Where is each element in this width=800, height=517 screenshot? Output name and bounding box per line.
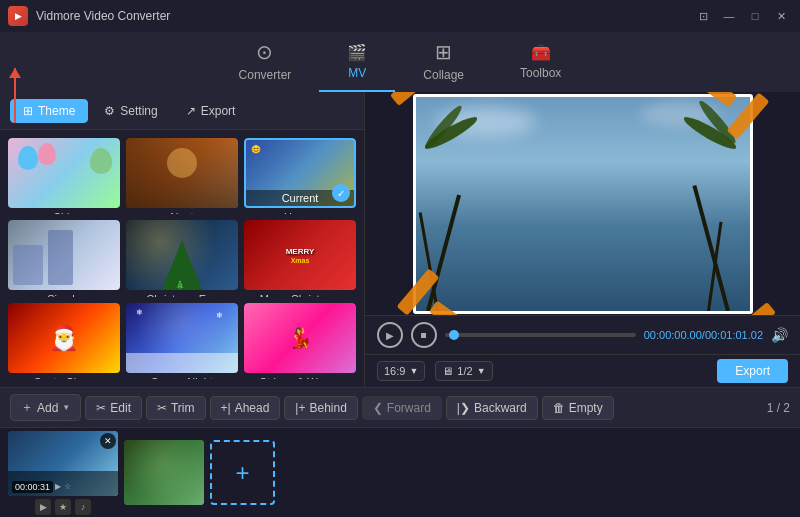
add-dropdown-arrow: ▼ [62,403,70,412]
ahead-button[interactable]: +| Ahead [210,396,281,420]
main-layout: ⊞ Theme ⚙ Setting ↗ Export [0,92,800,387]
theme-snowy-night[interactable]: ❄ ❄ Snowy Night [126,303,238,379]
theme-check-badge: ✓ [332,184,350,202]
theme-christmas-eve[interactable]: 🎄 Christmas Eve [126,220,238,296]
volume-button[interactable]: 🔊 [771,327,788,343]
clip-close-button[interactable]: ✕ [100,433,116,449]
theme-merry-christmas-label: Merry Christmas [244,293,356,296]
nav-mv-label: MV [348,66,366,80]
trim-icon: ✂ [157,401,167,415]
left-panel: ⊞ Theme ⚙ Setting ↗ Export [0,92,365,387]
theme-santa-claus-label: Santa Claus [8,376,120,379]
app-icon: ▶ [8,6,28,26]
half-value: 1/2 [457,365,472,377]
playback-controls: ▶ ⏹ 00:00:00.00/00:01:01.02 🔊 [365,315,800,354]
title-bar-controls: ⊡ — □ ✕ [692,7,792,25]
nav-bar: ⊙ Converter 🎬 MV ⊞ Collage 🧰 Toolbox [0,32,800,92]
timeline: ▶ ☆ 00:00:31 ✕ ▶ ★ ♪ + [0,427,800,517]
timeline-clip-2 [124,440,204,505]
display-icon: 🖥 [442,365,453,377]
theme-chic-label: Chic [8,211,120,214]
theme-stripes-waves-label: Stripes & Waves [244,376,356,379]
theme-simple-label: Simple [8,293,120,296]
preview-frame [413,94,753,314]
sub-toolbar: ⊞ Theme ⚙ Setting ↗ Export [0,92,364,130]
setting-tab[interactable]: ⚙ Setting [92,100,169,122]
theme-happy-label: Happy [244,211,356,214]
theme-santa-claus[interactable]: 🎅 Santa Claus [8,303,120,379]
empty-button[interactable]: 🗑 Empty [542,396,614,420]
clip-play-icon[interactable]: ▶ [35,499,51,515]
add-icon: ＋ [21,399,33,416]
play-button[interactable]: ▶ [377,322,403,348]
ahead-icon: +| [221,401,231,415]
export-button[interactable]: Export [717,359,788,383]
edit-icon: ✂ [96,401,106,415]
half-select[interactable]: 🖥 1/2 ▼ [435,361,492,381]
theme-neat[interactable]: Neat [126,138,238,214]
clip-music-icon[interactable]: ♪ [75,499,91,515]
theme-tab[interactable]: ⊞ Theme [10,99,88,123]
theme-neat-label: Neat [126,211,238,214]
theme-icon: ⊞ [23,104,33,118]
clip-star-icon[interactable]: ★ [55,499,71,515]
maximize-button[interactable]: □ [744,7,766,25]
backward-icon: |❯ [457,401,470,415]
app-title: Vidmore Video Converter [36,9,170,23]
edit-button[interactable]: ✂ Edit [85,396,142,420]
behind-icon: |+ [295,401,305,415]
nav-converter[interactable]: ⊙ Converter [211,32,320,92]
preview-area [365,92,800,315]
toolbox-icon: 🧰 [531,43,551,62]
converter-icon: ⊙ [256,40,273,64]
nav-converter-label: Converter [239,68,292,82]
stop-button[interactable]: ⏹ [411,322,437,348]
theme-snowy-night-label: Snowy Night [126,376,238,379]
clip-thumb-2[interactable] [124,440,204,505]
close-button[interactable]: ✕ [770,7,792,25]
right-panel: ▶ ⏹ 00:00:00.00/00:01:01.02 🔊 16:9 ▼ 🖥 1… [365,92,800,387]
progress-bar[interactable] [445,333,636,337]
ratio-select[interactable]: 16:9 ▼ [377,361,425,381]
nav-toolbox[interactable]: 🧰 Toolbox [492,32,589,92]
minimize-button[interactable]: ⊡ [692,7,714,25]
half-dropdown-icon: ▼ [477,366,486,376]
clip-icons: ▶ ★ ♪ [8,499,118,515]
collage-icon: ⊞ [435,40,452,64]
page-indicator: 1 / 2 [767,401,790,415]
nav-mv[interactable]: 🎬 MV [319,32,395,92]
behind-button[interactable]: |+ Behind [284,396,358,420]
export-tab[interactable]: ↗ Export [174,100,248,122]
time-display: 00:00:00.00/00:01:01.02 [644,329,763,341]
red-arrow-indicator [14,68,16,123]
export-icon: ↗ [186,104,196,118]
ratio-value: 16:9 [384,365,405,377]
theme-grid: Chic Neat 😊 Current ✓ Happy [0,130,364,387]
add-clip-icon: + [235,459,249,487]
timeline-clip-1: ▶ ☆ 00:00:31 ✕ ▶ ★ ♪ [8,431,118,515]
forward-icon: ❮ [373,401,383,415]
title-bar: ▶ Vidmore Video Converter ⊡ — □ ✕ [0,0,800,32]
mv-icon: 🎬 [347,43,367,62]
ratio-dropdown-icon: ▼ [409,366,418,376]
setting-icon: ⚙ [104,104,115,118]
theme-christmas-eve-label: Christmas Eve [126,293,238,296]
theme-stripes-waves[interactable]: 💃 Stripes & Waves [244,303,356,379]
nav-collage-label: Collage [423,68,464,82]
clip-thumb-1[interactable]: ▶ ☆ 00:00:31 ✕ [8,431,118,496]
title-bar-left: ▶ Vidmore Video Converter [8,6,170,26]
nav-collage[interactable]: ⊞ Collage [395,32,492,92]
backward-button[interactable]: |❯ Backward [446,396,538,420]
trim-button[interactable]: ✂ Trim [146,396,206,420]
add-button[interactable]: ＋ Add ▼ [10,394,81,421]
restore-button[interactable]: — [718,7,740,25]
empty-icon: 🗑 [553,401,565,415]
progress-indicator [449,330,459,340]
theme-simple[interactable]: Simple [8,220,120,296]
action-bar: ＋ Add ▼ ✂ Edit ✂ Trim +| Ahead |+ Behind… [0,387,800,427]
theme-chic[interactable]: Chic [8,138,120,214]
theme-happy[interactable]: 😊 Current ✓ Happy [244,138,356,214]
forward-button[interactable]: ❮ Forward [362,396,442,420]
add-clip-button[interactable]: + [210,440,275,505]
theme-merry-christmas[interactable]: MERRY Xmas Merry Christmas [244,220,356,296]
